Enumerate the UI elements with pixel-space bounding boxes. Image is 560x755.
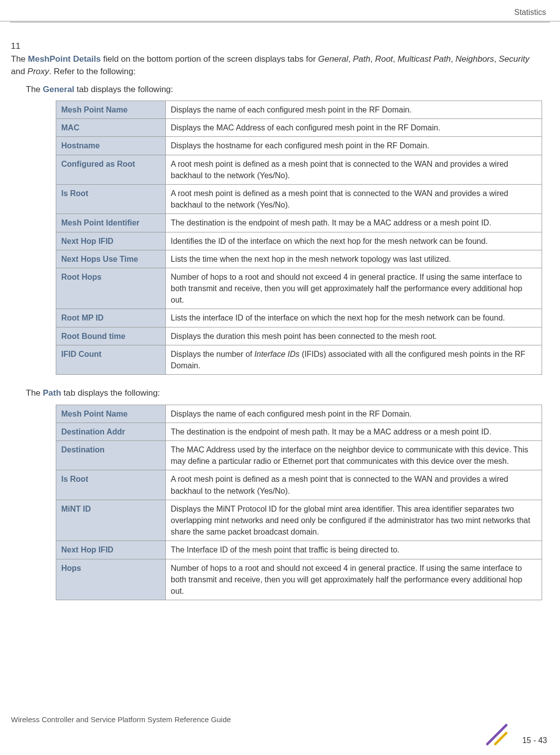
table-row-desc: Displays the name of each configured mes… xyxy=(166,101,542,119)
footer-page-number: 15 - 43 xyxy=(522,736,547,745)
table-row: Next Hops Use TimeLists the time when th… xyxy=(56,250,542,268)
table-row-desc: A root mesh point is defined as a mesh p… xyxy=(166,184,542,214)
table-row-desc: The destination is the endpoint of mesh … xyxy=(166,214,542,232)
table-row: Root MP IDLists the interface ID of the … xyxy=(56,309,542,327)
general-table: Mesh Point NameDisplays the name of each… xyxy=(56,101,542,375)
table-row-desc: Identifies the ID of the interface on wh… xyxy=(166,232,542,250)
sep3: , xyxy=(393,54,397,64)
intro-italic-general: General xyxy=(318,54,348,64)
intro-italic-security: Security xyxy=(499,54,529,64)
intro-italic-neighbors: Neighbors xyxy=(455,54,494,64)
intro-bold-1: MeshPoint Details xyxy=(28,54,101,64)
table-row-desc: Displays the MiNT Protocol ID for the gl… xyxy=(166,500,542,541)
sep4: , xyxy=(451,54,455,64)
table-row-label: Root Hops xyxy=(56,268,166,309)
footer-logo-icon xyxy=(484,722,509,747)
table-row-label: Root MP ID xyxy=(56,309,166,327)
header-divider xyxy=(10,22,550,22)
sep2: , xyxy=(370,54,375,64)
table-row: HostnameDisplays the hostname for each c… xyxy=(56,137,542,155)
desc-part-a: Displays the number of xyxy=(171,350,254,358)
intro-paragraph: 11 The MeshPoint Details field on the bo… xyxy=(11,40,549,78)
table-row-label: IFID Count xyxy=(56,345,166,374)
general-table-wrap: Mesh Point NameDisplays the name of each… xyxy=(56,101,542,375)
sep1: , xyxy=(348,54,353,64)
table-row: Mesh Point NameDisplays the name of each… xyxy=(56,405,542,423)
table-row-desc: Lists the time when the next hop in the … xyxy=(166,250,542,268)
table-row-desc: Displays the number of Interface IDs (IF… xyxy=(166,345,542,374)
intro-italic-root: Root xyxy=(375,54,393,64)
table-row-label: Destination Addr xyxy=(56,423,166,440)
table-row: Destination AddrThe destination is the e… xyxy=(56,423,542,440)
page-header-section: Statistics xyxy=(0,0,560,21)
intro-italic-proxy: Proxy xyxy=(27,67,49,76)
table-row: IFID CountDisplays the number of Interfa… xyxy=(56,345,542,374)
table-row-desc: Number of hops to a root and should not … xyxy=(166,559,542,600)
table-row-desc: Number of hops to a root and should not … xyxy=(166,268,542,309)
table-row-label: Destination xyxy=(56,441,166,470)
table-row: Configured as RootA root mesh point is d… xyxy=(56,155,542,184)
table-row-desc: The Interface ID of the mesh point that … xyxy=(166,541,542,559)
table-row-label: Hostname xyxy=(56,137,166,155)
path-table-wrap: Mesh Point NameDisplays the name of each… xyxy=(56,405,542,600)
list-body: The MeshPoint Details field on the botto… xyxy=(11,53,532,78)
table-row: MACDisplays the MAC Address of each conf… xyxy=(56,119,542,137)
table-row-label: MiNT ID xyxy=(56,500,166,541)
intro-italic-path: Path xyxy=(353,54,370,64)
text-3a: The xyxy=(26,388,43,398)
table-row-label: Is Root xyxy=(56,184,166,214)
table-row: MiNT IDDisplays the MiNT Protocol ID for… xyxy=(56,500,542,541)
page-content: 11 The MeshPoint Details field on the bo… xyxy=(11,40,549,612)
bold-2: General xyxy=(43,85,74,94)
table-row: Is RootA root mesh point is defined as a… xyxy=(56,470,542,500)
table-row: Root HopsNumber of hops to a root and sh… xyxy=(56,268,542,309)
table-row: HopsNumber of hops to a root and should … xyxy=(56,559,542,600)
table-row: Mesh Point IdentifierThe destination is … xyxy=(56,214,542,232)
table-row-desc: Displays the MAC Address of each configu… xyxy=(166,119,542,137)
header-section-text: Statistics xyxy=(514,8,546,16)
path-tab-intro: The Path tab displays the following: xyxy=(26,387,549,400)
text-3b: tab displays the following: xyxy=(61,388,160,398)
table-row-label: Next Hop IFID xyxy=(56,541,166,559)
table-row-label: Hops xyxy=(56,559,166,600)
table-row-label: Configured as Root xyxy=(56,155,166,184)
text-2a: The xyxy=(26,85,43,94)
path-table: Mesh Point NameDisplays the name of each… xyxy=(56,405,542,600)
table-row-desc: Displays the hostname for each configure… xyxy=(166,137,542,155)
intro-italic-multicast: Multicast Path xyxy=(398,54,451,64)
table-row-desc: The destination is the endpoint of mesh … xyxy=(166,423,542,440)
table-row-desc: A root mesh point is defined as a mesh p… xyxy=(166,470,542,500)
bold-3: Path xyxy=(43,388,61,398)
table-row-label: Mesh Point Name xyxy=(56,101,166,119)
table-row-label: Root Bound time xyxy=(56,327,166,345)
table-row-desc: A root mesh point is defined as a mesh p… xyxy=(166,155,542,184)
table-row-label: Next Hops Use Time xyxy=(56,250,166,268)
intro-text-1b: field on the bottom portion of the scree… xyxy=(101,54,318,64)
table-row-desc: Displays the duration this mesh point ha… xyxy=(166,327,542,345)
intro-text-1a: The xyxy=(11,54,28,64)
table-row-label: Is Root xyxy=(56,470,166,500)
table-row-label: Mesh Point Name xyxy=(56,405,166,423)
text-2b: tab displays the following: xyxy=(74,85,173,94)
table-row: DestinationThe MAC Address used by the i… xyxy=(56,441,542,470)
table-row: Is RootA root mesh point is defined as a… xyxy=(56,184,542,214)
table-row-label: Next Hop IFID xyxy=(56,232,166,250)
table-row-label: Mesh Point Identifier xyxy=(56,214,166,232)
table-row-desc: The MAC Address used by the interface on… xyxy=(166,441,542,470)
sep5: , xyxy=(494,54,499,64)
list-number: 11 xyxy=(11,40,26,53)
table-row: Next Hop IFIDThe Interface ID of the mes… xyxy=(56,541,542,559)
footer-text: Wireless Controller and Service Platform… xyxy=(11,715,231,724)
table-row: Next Hop IFIDIdentifies the ID of the in… xyxy=(56,232,542,250)
page-footer: Wireless Controller and Service Platform… xyxy=(11,715,549,745)
general-tab-intro: The General tab displays the following: xyxy=(26,83,549,96)
desc-italic: Interface IDs xyxy=(254,350,300,358)
table-row: Root Bound timeDisplays the duration thi… xyxy=(56,327,542,345)
table-row-desc: Displays the name of each configured mes… xyxy=(166,405,542,423)
table-row: Mesh Point NameDisplays the name of each… xyxy=(56,101,542,119)
table-row-desc: Lists the interface ID of the interface … xyxy=(166,309,542,327)
intro-text-1c: . Refer to the following: xyxy=(49,67,136,76)
table-row-label: MAC xyxy=(56,119,166,137)
sep6: and xyxy=(11,67,27,76)
